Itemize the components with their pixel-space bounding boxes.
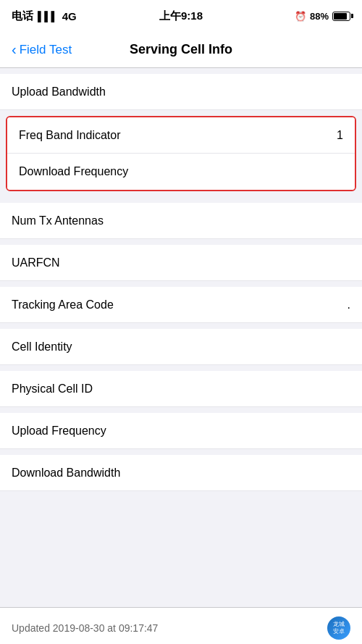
back-label: Field Test: [20, 43, 72, 57]
status-time: 上午9:18: [159, 9, 203, 23]
tracking-area-code-row: Tracking Area Code .: [0, 287, 362, 323]
spacer-3: [0, 281, 362, 287]
footer-logo: 龙城安卓: [327, 616, 350, 640]
freq-band-indicator-value: 1: [337, 129, 343, 142]
battery-percentage: 88%: [310, 11, 329, 22]
highlighted-section: Freq Band Indicator 1 Download Frequency: [6, 116, 356, 191]
physical-cell-id-row: Physical Cell ID: [0, 371, 362, 407]
footer-updated-text: Updated 2019-08-30 at 09:17:47: [12, 622, 158, 634]
page-title: Serving Cell Info: [130, 42, 232, 57]
content-area: Upload Bandwidth Freq Band Indicator 1 D…: [0, 68, 362, 607]
upload-frequency-label: Upload Frequency: [12, 425, 106, 438]
freq-band-indicator-row: Freq Band Indicator 1: [7, 117, 355, 154]
physical-cell-id-label: Physical Cell ID: [12, 382, 93, 396]
upload-bandwidth-label: Upload Bandwidth: [12, 85, 106, 99]
carrier-label: 电话: [12, 9, 33, 23]
spacer-4: [0, 323, 362, 329]
signal-bars-icon: ▌▌▌: [38, 11, 58, 22]
upload-frequency-row: Upload Frequency: [0, 413, 362, 449]
footer: Updated 2019-08-30 at 09:17:47 龙城安卓: [0, 607, 362, 644]
spacer-6: [0, 407, 362, 413]
nav-bar: ‹ Field Test Serving Cell Info: [0, 32, 362, 68]
spacer-top: [0, 68, 362, 74]
download-bandwidth-label: Download Bandwidth: [12, 467, 120, 480]
alarm-icon: ⏰: [295, 11, 306, 22]
network-type-label: 4G: [62, 10, 77, 22]
spacer-5: [0, 365, 362, 371]
spacer-1: [0, 197, 362, 203]
uarfcn-row: UARFCN: [0, 245, 362, 281]
num-tx-antennas-row: Num Tx Antennas: [0, 203, 362, 239]
status-left: 电话 ▌▌▌ 4G: [12, 9, 77, 23]
cell-identity-label: Cell Identity: [12, 340, 72, 354]
spacer-7: [0, 449, 362, 455]
back-chevron-icon: ‹: [12, 42, 17, 57]
spacer-2: [0, 239, 362, 245]
footer-logo-text: 龙城安卓: [333, 621, 345, 635]
tracking-area-code-value: .: [348, 298, 350, 311]
uarfcn-label: UARFCN: [12, 256, 60, 269]
download-frequency-label: Download Frequency: [19, 165, 128, 178]
status-right: ⏰ 88%: [295, 11, 350, 22]
upload-bandwidth-row: Upload Bandwidth: [0, 74, 362, 110]
cell-identity-row: Cell Identity: [0, 329, 362, 365]
back-button[interactable]: ‹ Field Test: [12, 43, 72, 57]
num-tx-antennas-label: Num Tx Antennas: [12, 214, 104, 227]
freq-band-indicator-label: Freq Band Indicator: [19, 129, 121, 142]
battery-icon: [332, 12, 350, 21]
bottom-spacer: [0, 491, 362, 607]
status-bar: 电话 ▌▌▌ 4G 上午9:18 ⏰ 88%: [0, 0, 362, 32]
download-frequency-row: Download Frequency: [7, 154, 355, 190]
download-bandwidth-row: Download Bandwidth: [0, 455, 362, 491]
tracking-area-code-label: Tracking Area Code: [12, 298, 114, 311]
